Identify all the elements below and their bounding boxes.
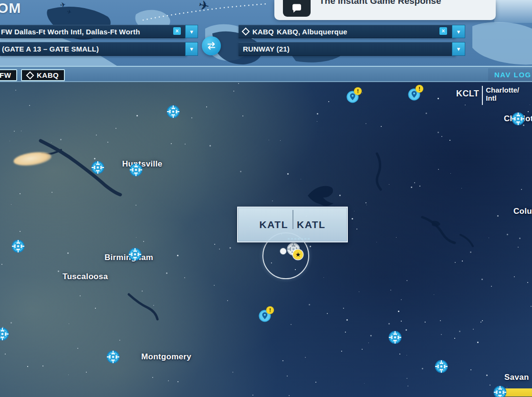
map-light-dot xyxy=(455,262,456,263)
map-light-dot xyxy=(411,187,412,188)
waypoint-chip-arrival[interactable]: KABQ xyxy=(21,69,65,81)
waypoint-chip-departure[interactable]: FW xyxy=(0,69,17,81)
world-map[interactable]: ★ KCLT Charlotte/ Intl HuntsvilleBirming… xyxy=(0,82,532,397)
map-light-dot xyxy=(470,251,471,253)
arrival-airport-code: KABQ xyxy=(252,28,274,36)
map-light-dot xyxy=(449,140,450,141)
departure-dropdown-chevron[interactable]: ▾ xyxy=(185,25,198,38)
favorite-star-marker[interactable]: ★ xyxy=(293,250,303,260)
clear-arrival-button[interactable]: × xyxy=(439,27,447,35)
from-heading: OM xyxy=(0,0,21,16)
map-light-dot xyxy=(184,277,185,278)
map-light-dot xyxy=(528,111,529,112)
map-light-dot xyxy=(438,132,439,133)
map-light-dot xyxy=(287,173,289,175)
city-label: Savan xyxy=(504,373,529,382)
map-light-dot xyxy=(232,372,233,373)
map-light-dot xyxy=(153,305,154,306)
departure-gate-field[interactable]: (GATE A 13 – GATE SMALL) xyxy=(0,42,187,56)
map-light-dot xyxy=(352,218,353,219)
map-light-dot xyxy=(240,171,241,172)
map-light-dot xyxy=(86,372,87,373)
map-light-dot xyxy=(345,332,346,333)
departure-airport-field[interactable]: FW Dallas-Ft Worth Intl, Dallas-Ft Worth xyxy=(0,25,186,38)
map-light-dot xyxy=(422,368,423,369)
airport-marker[interactable] xyxy=(388,330,402,345)
waypoint-diamond-icon xyxy=(26,71,34,79)
nav-log-button[interactable]: NAV LOG xyxy=(488,68,532,81)
map-light-dot xyxy=(95,308,96,309)
map-light-dot xyxy=(514,276,515,277)
airport-name-line2: Intl xyxy=(486,94,497,102)
label-divider xyxy=(482,86,483,105)
map-light-dot xyxy=(519,238,521,239)
airport-marker[interactable] xyxy=(91,160,105,175)
airport-marker[interactable] xyxy=(166,104,180,119)
alert-badge: ! xyxy=(416,85,423,93)
map-light-dot xyxy=(136,115,138,116)
airport-name-line1: Charlotte/ xyxy=(486,86,519,94)
map-light-dot xyxy=(480,322,481,323)
chat-bubble-icon xyxy=(290,1,304,16)
departure-gate-text: (GATE A 13 – GATE SMALL) xyxy=(2,45,99,53)
airport-marker[interactable] xyxy=(106,350,120,364)
map-light-dot xyxy=(440,320,441,321)
airport-marker[interactable] xyxy=(493,385,507,397)
map-light-dot xyxy=(119,340,120,341)
runway-dropdown-chevron[interactable]: ▾ xyxy=(452,42,465,56)
map-light-dot xyxy=(29,105,30,106)
poi-marker[interactable]: ! xyxy=(407,88,421,101)
map-light-dot xyxy=(407,378,407,379)
map-light-dot xyxy=(406,329,407,331)
airport-marker[interactable] xyxy=(434,359,449,374)
map-light-dot xyxy=(497,215,499,217)
map-light-dot xyxy=(486,375,488,376)
swap-from-to-button[interactable] xyxy=(202,36,221,55)
arrival-runway-field[interactable]: RUNWAY (21) xyxy=(239,42,456,56)
clear-departure-button[interactable]: × xyxy=(173,27,181,35)
map-light-dot xyxy=(289,395,290,396)
map-light-dot xyxy=(317,113,318,115)
map-light-dot xyxy=(67,252,69,254)
map-light-dot xyxy=(441,334,442,335)
map-light-dot xyxy=(343,308,344,309)
notification-message: The Instant Game Response xyxy=(319,0,441,6)
map-light-dot xyxy=(77,348,78,349)
map-light-dot xyxy=(459,331,460,332)
airport-label-kclt: KCLT Charlotte/ Intl xyxy=(456,86,519,105)
flight-planner-screen: ★ KCLT Charlotte/ Intl HuntsvilleBirming… xyxy=(0,0,532,397)
airport-marker[interactable] xyxy=(0,327,10,341)
airport-marker[interactable] xyxy=(511,112,525,126)
map-light-dot xyxy=(365,123,366,124)
screen-corner-glare xyxy=(494,0,532,23)
small-airport-dot[interactable] xyxy=(280,248,286,254)
airport-marker[interactable] xyxy=(11,239,25,253)
airport-marker[interactable] xyxy=(128,247,142,261)
swap-arrows-icon xyxy=(206,41,217,51)
arrival-dropdown-chevron[interactable]: ▾ xyxy=(452,25,465,38)
poi-marker[interactable]: ! xyxy=(258,309,271,323)
airport-marker[interactable] xyxy=(129,163,143,177)
arrival-airport-name: KABQ, Albuquerque xyxy=(277,28,347,36)
map-light-dot xyxy=(177,255,178,256)
map-light-dot xyxy=(305,357,306,358)
map-light-dot xyxy=(407,280,407,281)
map-light-dot xyxy=(507,234,508,235)
city-label: Montgomery xyxy=(141,352,191,362)
map-light-dot xyxy=(454,338,455,339)
gate-dropdown-chevron[interactable]: ▾ xyxy=(185,42,198,56)
map-light-dot xyxy=(346,319,348,321)
map-light-dot xyxy=(15,90,16,91)
notification-toast[interactable]: The Instant Game Response xyxy=(274,0,496,20)
map-light-dot xyxy=(287,376,288,376)
map-light-dot xyxy=(209,145,211,146)
map-light-dot xyxy=(401,299,402,300)
alert-badge: ! xyxy=(354,87,362,95)
map-light-dot xyxy=(401,321,402,322)
map-light-dot xyxy=(229,247,231,249)
map-light-dot xyxy=(477,342,479,343)
poi-marker[interactable]: ! xyxy=(346,90,359,104)
map-light-dot xyxy=(414,182,415,183)
arrival-airport-field[interactable]: KABQ KABQ, Albuquerque xyxy=(239,25,456,38)
map-light-dot xyxy=(58,271,59,272)
